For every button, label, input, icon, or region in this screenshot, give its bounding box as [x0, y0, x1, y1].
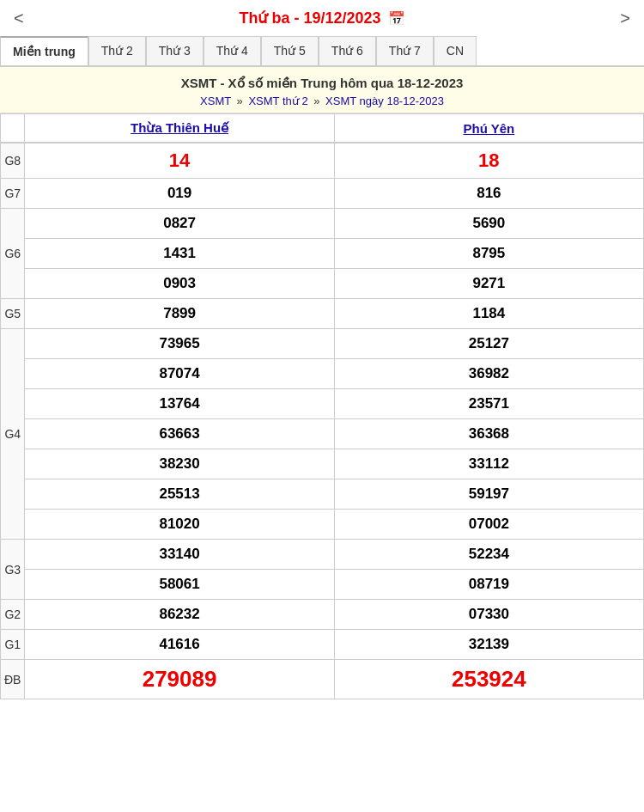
breadcrumb-link2[interactable]: XSMT thứ 2 [248, 95, 307, 107]
g3-c2-1: 52234 [334, 540, 643, 570]
tab-thu6[interactable]: Thứ 6 [319, 36, 376, 65]
g4-c1-3: 13764 [25, 389, 334, 419]
db-c2: 253924 [334, 660, 643, 699]
label-g3: G3 [1, 540, 25, 600]
table-row-g4-3: 13764 23571 [1, 389, 644, 419]
table-row-g6-3: 0903 9271 [1, 269, 644, 299]
g4-c2-4: 36368 [334, 419, 643, 449]
breadcrumb-link1[interactable]: XSMT [200, 95, 231, 107]
table-row-g6-2: 1431 8795 [1, 239, 644, 269]
table-row-g7: G7 019 816 [1, 179, 644, 209]
lottery-table: Thừa Thiên Huế Phú Yên G8 14 18 G7 019 8… [0, 113, 644, 699]
breadcrumb-sep2: » [313, 95, 323, 107]
top-nav: < Thứ ba - 19/12/2023 📅 > [0, 0, 644, 36]
tab-mien-trung[interactable]: Miền trung [0, 36, 88, 65]
label-g5: G5 [1, 299, 25, 329]
label-db: ĐB [1, 660, 25, 699]
table-row-g4-5: 38230 33112 [1, 449, 644, 479]
tab-cn[interactable]: CN [434, 36, 477, 65]
tab-thu7[interactable]: Thứ 7 [376, 36, 434, 65]
table-row-g5: G5 7899 1184 [1, 299, 644, 329]
g4-c1-4: 63663 [25, 419, 334, 449]
g3-c1-1: 33140 [25, 540, 334, 570]
table-row-g4-1: G4 73965 25127 [1, 329, 644, 359]
next-arrow[interactable]: > [620, 9, 630, 28]
g6-c1-3: 0903 [25, 269, 334, 299]
table-row-g4-4: 63663 36368 [1, 419, 644, 449]
tab-thu5[interactable]: Thứ 5 [261, 36, 319, 65]
g2-c1: 86232 [25, 600, 334, 630]
prev-arrow[interactable]: < [14, 9, 24, 28]
table-row-g2: G2 86232 07330 [1, 600, 644, 630]
header-title: Thứ ba - 19/12/2023 📅 [239, 9, 404, 27]
g4-c2-2: 36982 [334, 359, 643, 389]
breadcrumb-link3[interactable]: XSMT ngày 18-12-2023 [325, 95, 444, 107]
g4-c2-1: 25127 [334, 329, 643, 359]
g6-c1-2: 1431 [25, 239, 334, 269]
label-g8: G8 [1, 143, 25, 179]
breadcrumb: XSMT » XSMT thứ 2 » XSMT ngày 18-12-2023 [7, 95, 637, 107]
table-row-g3-1: G3 33140 52234 [1, 540, 644, 570]
tab-thu2[interactable]: Thứ 2 [88, 36, 146, 65]
date-label: Thứ ba - 19/12/2023 [239, 9, 380, 27]
g4-c1-2: 87074 [25, 359, 334, 389]
col-header-phuyen: Phú Yên [334, 114, 643, 143]
table-row-g6-1: G6 0827 5690 [1, 209, 644, 239]
table-row-g4-7: 81020 07002 [1, 510, 644, 540]
calendar-icon: 📅 [388, 10, 405, 27]
g2-c2: 07330 [334, 600, 643, 630]
table-row-g1: G1 41616 32139 [1, 630, 644, 660]
g3-c2-2: 08719 [334, 570, 643, 600]
g4-c1-1: 73965 [25, 329, 334, 359]
g5-c1: 7899 [25, 299, 334, 329]
info-box: XSMT - Xổ số miền Trung hôm qua 18-12-20… [0, 67, 644, 113]
g4-c1-6: 25513 [25, 479, 334, 510]
g4-c1-7: 81020 [25, 510, 334, 540]
table-row-g3-2: 58061 08719 [1, 570, 644, 600]
label-g1: G1 [1, 630, 25, 660]
label-g6: G6 [1, 209, 25, 299]
tab-thu4[interactable]: Thứ 4 [204, 36, 261, 65]
table-row-db: ĐB 279089 253924 [1, 660, 644, 699]
g8-c1: 14 [25, 143, 334, 179]
col-header-label [1, 114, 25, 143]
table-row-g4-2: 87074 36982 [1, 359, 644, 389]
g4-c2-3: 23571 [334, 389, 643, 419]
g4-c2-6: 59197 [334, 479, 643, 510]
label-g4: G4 [1, 329, 25, 540]
g4-c2-7: 07002 [334, 510, 643, 540]
tab-thu3[interactable]: Thứ 3 [146, 36, 204, 65]
g3-c1-2: 58061 [25, 570, 334, 600]
db-c1: 279089 [25, 660, 334, 699]
g6-c2-1: 5690 [334, 209, 643, 239]
g6-c2-2: 8795 [334, 239, 643, 269]
g1-c1: 41616 [25, 630, 334, 660]
g6-c1-1: 0827 [25, 209, 334, 239]
g7-c1: 019 [25, 179, 334, 209]
col-header-hue: Thừa Thiên Huế [25, 114, 334, 143]
table-row-g8: G8 14 18 [1, 143, 644, 179]
g5-c2: 1184 [334, 299, 643, 329]
g7-c2: 816 [334, 179, 643, 209]
g4-c1-5: 38230 [25, 449, 334, 479]
info-title: XSMT - Xổ số miền Trung hôm qua 18-12-20… [7, 76, 637, 91]
label-g2: G2 [1, 600, 25, 630]
g8-c2: 18 [334, 143, 643, 179]
g6-c2-3: 9271 [334, 269, 643, 299]
label-g7: G7 [1, 179, 25, 209]
table-row-g4-6: 25513 59197 [1, 479, 644, 510]
g1-c2: 32139 [334, 630, 643, 660]
g4-c2-5: 33112 [334, 449, 643, 479]
day-tabs: Miền trung Thứ 2 Thứ 3 Thứ 4 Thứ 5 Thứ 6… [0, 36, 644, 67]
breadcrumb-sep1: » [237, 95, 246, 107]
